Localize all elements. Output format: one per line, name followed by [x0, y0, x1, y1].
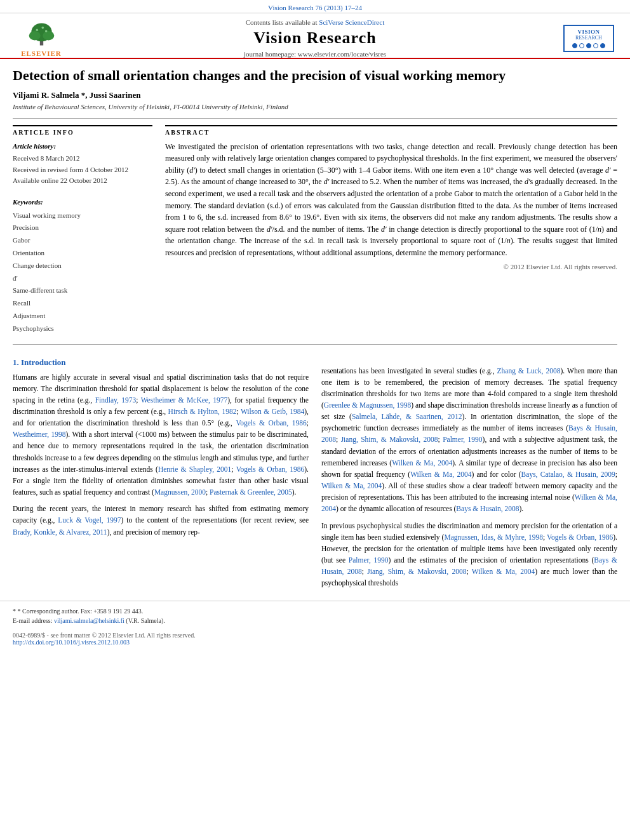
body-left-col: 1. Introduction Humans are highly accura… [13, 351, 309, 594]
keyword-2: Precision [13, 222, 152, 234]
keyword-1: Visual working memory [13, 210, 152, 222]
keyword-6: d′ [13, 272, 152, 285]
footer-area: * * Corresponding author. Fax: +358 9 19… [0, 601, 630, 625]
footnote-line-2: E-mail address: viljami.salmela@helsinki… [13, 616, 617, 625]
svg-point-6 [44, 30, 47, 32]
svg-point-5 [41, 26, 44, 29]
vr-circle-5 [600, 43, 605, 48]
article-title: Detection of small orientation changes a… [13, 67, 617, 85]
keywords-heading: Keywords: [13, 197, 152, 208]
elsevier-logo: ELSEVIER [13, 20, 70, 57]
vr-logo-box: VISION RESEARCH [560, 25, 617, 52]
bottom-doi[interactable]: http://dx.doi.org/10.1016/j.visres.2012.… [13, 639, 617, 646]
vr-subtitle: RESEARCH [568, 35, 609, 41]
article-info-col: ARTICLE INFO Article history: Received 8… [13, 125, 152, 335]
journal-name: Vision Research [70, 29, 560, 48]
journal-header: ELSEVIER Contents lists available at Sci… [0, 13, 630, 59]
footnote-text: * Corresponding author. Fax: +358 9 191 … [18, 608, 144, 615]
abstract-label: ABSTRACT [165, 125, 617, 136]
sciverse-link[interactable]: SciVerse ScienceDirect [319, 18, 384, 26]
history-heading: Article history: [13, 141, 152, 152]
divider-1 [13, 118, 617, 119]
keyword-3: Gabor [13, 234, 152, 247]
footnote-name: (V.R. Salmela). [126, 617, 164, 624]
svg-point-4 [36, 29, 38, 31]
keyword-10: Psychophysics [13, 323, 152, 335]
vr-circle-2 [579, 43, 584, 48]
body-right-col: resentations has been investigated in se… [321, 351, 617, 594]
article-meta-row: ARTICLE INFO Article history: Received 8… [13, 125, 617, 335]
article-info-label: ARTICLE INFO [13, 125, 152, 136]
footnote-star: * [13, 608, 16, 615]
footnote-line-1: * * Corresponding author. Fax: +358 9 19… [13, 606, 617, 616]
intro-para-1: Humans are highly accurate in several vi… [13, 371, 309, 498]
footnote-email[interactable]: viljami.salmela@helsinki.fi [54, 617, 124, 624]
keyword-7: Same-different task [13, 284, 152, 297]
authors-text: Viljami R. Salmela *, Jussi Saarinen [13, 90, 140, 100]
footnote-email-label: E-mail address: [13, 617, 52, 624]
elsevier-label: ELSEVIER [21, 50, 62, 57]
vr-logo-inner: VISION RESEARCH [563, 25, 614, 52]
vr-circle-3 [586, 43, 591, 48]
right-para-1: resentations has been investigated in se… [321, 365, 617, 515]
journal-title-center: Contents lists available at SciVerse Sci… [70, 18, 560, 58]
page-wrapper: Vision Research 76 (2013) 17–24 ELSEVIER [0, 0, 630, 648]
article-content: Detection of small orientation changes a… [0, 67, 630, 594]
bottom-bar: 0042-6989/$ - see front matter © 2012 El… [0, 629, 630, 648]
elsevier-tree-icon [24, 20, 59, 48]
right-para-2: In previous psychophysical studies the d… [321, 520, 617, 589]
contents-text: Contents lists available at [246, 18, 318, 26]
vr-circles [568, 43, 609, 48]
available-line: Available online 22 October 2012 [13, 175, 152, 187]
article-history-block: Article history: Received 8 March 2012 R… [13, 141, 152, 187]
vr-circle-1 [572, 43, 577, 48]
body-two-col: 1. Introduction Humans are highly accura… [13, 351, 617, 594]
revised-line: Received in revised form 4 October 2012 [13, 164, 152, 176]
abstract-text: We investigated the precision of orienta… [165, 141, 617, 259]
article-affiliation: Institute of Behavioural Sciences, Unive… [13, 103, 617, 110]
keywords-list: Visual working memory Precision Gabor Or… [13, 210, 152, 335]
journal-homepage: journal homepage: www.elsevier.com/locat… [70, 50, 560, 58]
abstract-col: ABSTRACT We investigated the precision o… [165, 125, 617, 335]
keyword-4: Orientation [13, 247, 152, 260]
intro-heading: 1. Introduction [13, 357, 309, 368]
svg-point-3 [43, 31, 54, 40]
received-line: Received 8 March 2012 [13, 153, 152, 164]
intro-para-2: During the recent years, the interest in… [13, 503, 309, 537]
top-bar: Vision Research 76 (2013) 17–24 [0, 0, 630, 13]
svg-point-2 [29, 31, 40, 40]
vr-circle-4 [593, 43, 598, 48]
divider-2 [13, 344, 617, 345]
top-bar-text: Vision Research 76 (2013) 17–24 [268, 4, 362, 11]
vr-title: VISION [568, 29, 609, 35]
copyright-line: © 2012 Elsevier Ltd. All rights reserved… [165, 263, 617, 270]
keyword-5: Change detection [13, 260, 152, 272]
contents-line: Contents lists available at SciVerse Sci… [70, 18, 560, 26]
keywords-block: Keywords: Visual working memory Precisio… [13, 197, 152, 335]
article-authors: Viljami R. Salmela *, Jussi Saarinen [13, 90, 617, 100]
bottom-copyright: 0042-6989/$ - see front matter © 2012 El… [13, 632, 617, 639]
keyword-9: Adjustment [13, 310, 152, 323]
keyword-8: Recall [13, 297, 152, 310]
